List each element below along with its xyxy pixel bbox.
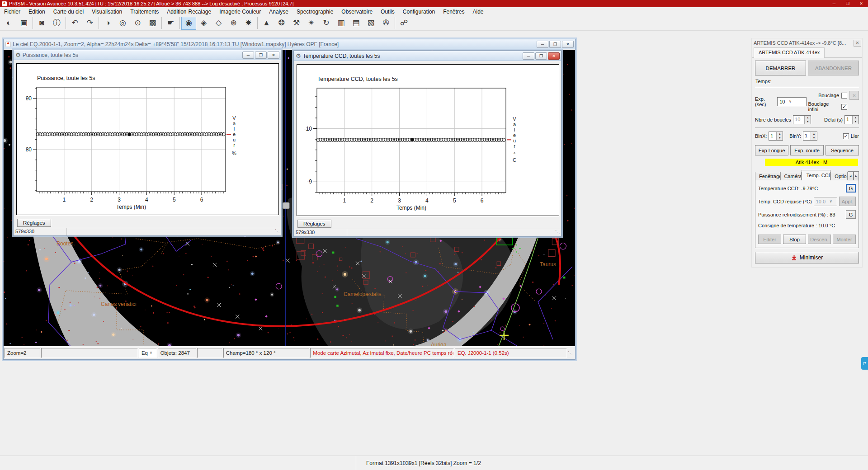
menu-edition[interactable]: Edition xyxy=(24,8,49,16)
temperature-window: ⚙ Temperature CCD, toutes les 5s ─ ❐ ✕ -… xyxy=(293,51,561,237)
puissance-titlebar[interactable]: ⚙ Puissance, toute les 5s ─ ❐ ✕ xyxy=(14,50,281,60)
app-close-button[interactable]: ✕ xyxy=(854,0,868,7)
toolbar-separator xyxy=(179,17,180,29)
tab-optio[interactable]: Optio xyxy=(830,172,848,180)
sequence-button[interactable]: Sequence xyxy=(826,145,859,155)
zoom-sphere-icon[interactable]: ◎ xyxy=(115,17,130,30)
menu-fen-tres[interactable]: Fenêtres xyxy=(439,8,468,16)
ccd-tab-row: ARTEMIS CCD ATIK-414ex xyxy=(752,47,862,58)
rotate-image-icon[interactable]: ↻ xyxy=(319,17,334,30)
menu-configuration[interactable]: Configuration xyxy=(399,8,439,16)
demarrer-button[interactable]: DEMARRER xyxy=(755,61,806,75)
tab-artemis-ccd[interactable]: ARTEMIS CCD ATIK-414ex xyxy=(754,47,825,58)
menu-outils[interactable]: Outils xyxy=(377,8,399,16)
bouclage-checkbox[interactable] xyxy=(841,93,847,99)
planetarium-sphere-icon[interactable]: ❂ xyxy=(274,17,289,30)
tab-right-icon[interactable]: ▸ xyxy=(854,171,859,180)
menu-addition-recalage[interactable]: Addition-Recalage xyxy=(163,8,215,16)
svg-text:Temps (Min): Temps (Min) xyxy=(396,205,426,211)
exposure-combo[interactable]: 10∨ xyxy=(777,97,806,106)
menu-traitements[interactable]: Traitements xyxy=(126,8,163,16)
menu-visualisation[interactable]: Visualisation xyxy=(88,8,126,16)
reglages-button[interactable]: Réglages xyxy=(17,219,51,227)
exp-courte-button[interactable]: Exp. courte xyxy=(790,145,824,155)
menu-carte-du-ciel[interactable]: Carte du ciel xyxy=(49,8,88,16)
contrast-sphere-icon[interactable]: ◑ xyxy=(100,17,115,30)
ccd-subtabs: FenêtrageCaméraTemp. CCDOptio◂▸ xyxy=(755,169,859,180)
redo-arrow-icon[interactable]: ↷ xyxy=(82,17,97,30)
ccd-acquisition-icon[interactable]: ◉ xyxy=(181,17,196,30)
puissance-close-button[interactable]: ✕ xyxy=(268,52,279,59)
camera-2-icon[interactable]: ◈ xyxy=(196,17,211,30)
save-floppy-icon[interactable]: ▣ xyxy=(16,17,31,30)
camera-capture-icon[interactable]: ◙ xyxy=(34,17,49,30)
toolbar-separator xyxy=(66,17,66,29)
sky-restore-button[interactable]: ❐ xyxy=(549,41,561,48)
tab-temp-ccd[interactable]: Temp. CCD xyxy=(802,170,831,180)
app-minimize-button[interactable]: ─ xyxy=(827,0,841,7)
app-restore-button[interactable]: ❐ xyxy=(841,0,854,7)
exp-longue-button[interactable]: Exp Longue xyxy=(755,145,788,155)
sky-minimize-button[interactable]: ─ xyxy=(537,41,548,48)
grid-frame-icon[interactable]: ▥ xyxy=(334,17,349,30)
menu-observatoire[interactable]: Observatoire xyxy=(337,8,377,16)
tab-fen-trage[interactable]: Fenêtrage xyxy=(755,172,780,180)
filter-wheel-icon[interactable]: ⊛ xyxy=(226,17,241,30)
magnifier-icon[interactable]: ⊙ xyxy=(130,17,145,30)
minimiser-button[interactable]: Minimiser xyxy=(755,252,859,263)
ccd-panel-header: ARTEMIS CCD ATIK-414ex -> -9.8°C [8... ✕ xyxy=(752,38,862,47)
gray-frame-icon[interactable]: ▧ xyxy=(363,17,378,30)
temperature-minimize-button[interactable]: ─ xyxy=(523,52,534,60)
sky-close-button[interactable]: ✕ xyxy=(562,41,574,48)
graph-button[interactable]: G xyxy=(846,184,856,193)
menu-fichier[interactable]: Fichier xyxy=(0,8,24,16)
temperature-titlebar[interactable]: ⚙ Temperature CCD, toutes les 5s ─ ❐ ✕ xyxy=(294,51,561,61)
tab-left-icon[interactable]: ◂ xyxy=(848,171,853,180)
nbre-boucles-stepper[interactable]: 10▲▼ xyxy=(793,115,811,124)
consigne-temperature-value: Consigne de température : 10.0 °C xyxy=(758,223,835,228)
temperature-close-button[interactable]: ✕ xyxy=(548,52,560,60)
bouclage-infini-checkbox[interactable]: ✓ xyxy=(841,104,847,110)
teamviewer-sidebar-tab[interactable]: ⇄ xyxy=(861,357,868,370)
puissance-restore-button[interactable]: ❐ xyxy=(255,52,267,59)
close-icon[interactable]: ✕ xyxy=(854,40,861,47)
graph-button-2[interactable]: G xyxy=(846,210,856,219)
lier-checkbox[interactable]: ✓ xyxy=(843,133,849,139)
undo-arrow-icon[interactable]: ↶ xyxy=(67,17,82,30)
image-preview-icon[interactable]: ▩ xyxy=(145,17,160,30)
temps-label: Temps: xyxy=(755,79,859,84)
hand-gears-icon[interactable]: ☛ xyxy=(163,17,178,30)
menu-analyse[interactable]: Analyse xyxy=(265,8,292,16)
histogram-dashed-icon[interactable]: ✇ xyxy=(378,17,393,30)
star-field-icon[interactable]: ✴ xyxy=(304,17,319,30)
temperature-window-title: Temperature CCD, toutes les 5s xyxy=(303,53,380,59)
menu-aide[interactable]: Aide xyxy=(469,8,488,16)
camera-3-icon[interactable]: ◇ xyxy=(211,17,226,30)
open-file-icon[interactable]: ◐ xyxy=(1,17,16,30)
tools-wrench-icon[interactable]: ⚒ xyxy=(289,17,304,30)
robot-arm-icon[interactable]: ☍ xyxy=(396,17,411,30)
coord-system-combo[interactable]: Eq∨ xyxy=(139,348,157,358)
biny-stepper[interactable]: 1▲▼ xyxy=(803,132,817,141)
temperature-restore-button[interactable]: ❐ xyxy=(535,52,547,60)
resize-grip-icon[interactable]: ⋱ xyxy=(568,350,574,356)
sky-window-icon xyxy=(5,42,11,47)
binx-stepper[interactable]: 1▲▼ xyxy=(769,132,783,141)
focuser-icon[interactable]: ✸ xyxy=(241,17,256,30)
dark-cone-icon[interactable]: ▲ xyxy=(259,17,274,30)
resize-grip-icon[interactable]: ⋱ xyxy=(275,228,281,235)
sky-window-titlebar[interactable]: Le ciel EQ.2000-1-1, Zoom=2, Alpha= 22h2… xyxy=(4,39,575,49)
menu-spectrographie[interactable]: Spectrographie xyxy=(292,8,337,16)
download-arrow-icon xyxy=(791,255,797,261)
bars-3d-icon[interactable]: ▤ xyxy=(349,17,363,30)
stop-button[interactable]: Stop xyxy=(783,235,806,244)
svg-text:1: 1 xyxy=(343,197,346,204)
tab-cam-ra[interactable]: Caméra xyxy=(780,172,802,180)
puissance-refroidissement-value: Puissance refroidissement (%) : 83 xyxy=(758,212,835,217)
reglages-button[interactable]: Réglages xyxy=(297,220,331,228)
menu-imagerie-couleur[interactable]: Imagerie Couleur xyxy=(215,8,265,16)
image-info-icon[interactable]: ⓘ xyxy=(49,17,64,30)
resize-grip-icon[interactable]: ⋱ xyxy=(555,229,561,236)
delai-stepper[interactable]: 1▲▼ xyxy=(844,115,859,124)
puissance-minimize-button[interactable]: ─ xyxy=(242,52,254,59)
